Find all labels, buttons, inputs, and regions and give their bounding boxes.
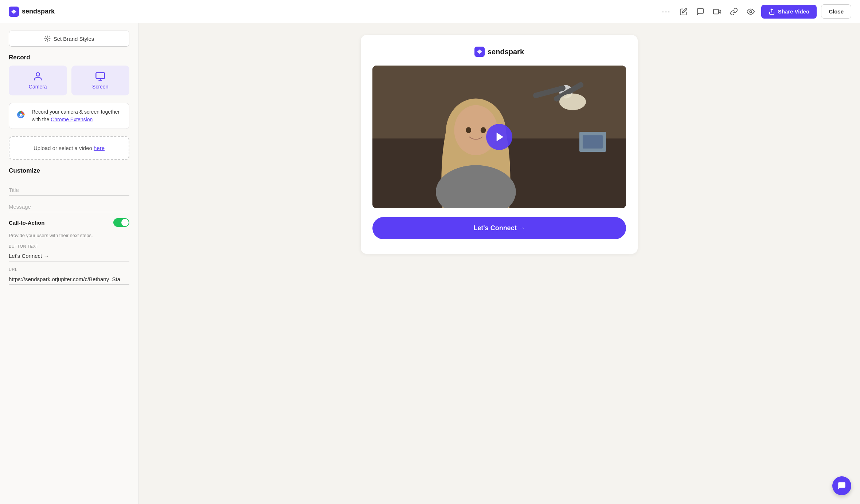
more-options-button[interactable]: ··· xyxy=(660,5,673,19)
play-icon xyxy=(494,131,506,143)
video-overlay xyxy=(372,66,626,208)
cta-button[interactable]: Let's Connect → xyxy=(372,217,626,239)
preview-icon-button[interactable] xyxy=(744,5,757,18)
comment-icon xyxy=(696,8,704,16)
button-text-field: Button Text xyxy=(9,244,129,261)
chrome-ext-text: Record your camera & screen together wit… xyxy=(32,108,124,123)
record-section-title: Record xyxy=(9,54,129,61)
main-layout: Set Brand Styles Record Camera xyxy=(0,23,860,504)
close-button[interactable]: Close xyxy=(821,4,851,19)
cta-row: Call-to-Action xyxy=(9,218,129,227)
url-label: URL xyxy=(9,267,129,272)
chrome-ext-link[interactable]: Chrome Extension xyxy=(51,117,93,122)
upload-link[interactable]: here xyxy=(94,145,105,151)
video-icon-button[interactable] xyxy=(711,5,723,18)
preview-area: sendspark xyxy=(138,23,860,504)
record-section: Record Camera Screen xyxy=(9,54,129,95)
chrome-logo-icon xyxy=(14,108,27,121)
svg-marker-1 xyxy=(718,10,720,13)
cta-helper-text: Provide your users with their next steps… xyxy=(9,233,129,238)
svg-point-14 xyxy=(20,114,22,116)
video-icon xyxy=(713,8,721,16)
eye-icon xyxy=(747,8,755,16)
screen-icon xyxy=(95,71,105,82)
link-icon xyxy=(730,8,738,16)
svg-point-5 xyxy=(46,38,48,40)
comment-icon-button[interactable] xyxy=(694,5,707,18)
play-button[interactable] xyxy=(486,124,512,150)
record-buttons: Camera Screen xyxy=(9,66,129,95)
share-video-button[interactable]: Share Video xyxy=(761,5,817,19)
video-container[interactable] xyxy=(372,66,626,208)
header-actions: ··· xyxy=(660,4,851,19)
url-input[interactable] xyxy=(9,274,129,285)
chrome-extension-box: Record your camera & screen together wit… xyxy=(9,103,129,129)
url-field: URL xyxy=(9,267,129,285)
svg-point-3 xyxy=(750,11,752,13)
camera-record-button[interactable]: Camera xyxy=(9,66,67,95)
button-text-label: Button Text xyxy=(9,244,129,248)
button-text-input[interactable] xyxy=(9,251,129,261)
sidebar: Set Brand Styles Record Camera xyxy=(0,23,138,504)
edit-icon xyxy=(680,8,688,16)
camera-icon xyxy=(33,71,43,82)
brand-styles-icon xyxy=(44,35,51,42)
cta-label: Call-to-Action xyxy=(9,220,44,226)
link-icon-button[interactable] xyxy=(728,5,740,18)
edit-icon-button[interactable] xyxy=(677,5,690,18)
message-field xyxy=(9,201,129,212)
app-header: sendspark ··· xyxy=(0,0,860,23)
preview-logo: sendspark xyxy=(474,47,524,57)
svg-marker-29 xyxy=(497,133,504,141)
title-input[interactable] xyxy=(9,185,129,196)
message-input[interactable] xyxy=(9,201,129,212)
logo-text: sendspark xyxy=(22,8,55,15)
customize-section: Customize Call-to-Action Provide your us… xyxy=(9,167,129,285)
logo-icon xyxy=(9,7,19,17)
svg-point-6 xyxy=(36,73,39,76)
share-icon xyxy=(769,8,775,15)
chat-icon xyxy=(837,481,847,491)
title-field xyxy=(9,185,129,196)
cta-toggle[interactable] xyxy=(113,218,129,227)
preview-logo-icon xyxy=(474,47,485,57)
svg-rect-2 xyxy=(714,9,719,14)
screen-record-button[interactable]: Screen xyxy=(71,66,130,95)
chat-bubble-button[interactable] xyxy=(832,476,851,495)
logo: sendspark xyxy=(9,7,55,17)
upload-box[interactable]: Upload or select a video here xyxy=(9,136,129,160)
preview-card: sendspark xyxy=(361,35,638,254)
svg-rect-7 xyxy=(96,73,105,79)
customize-section-title: Customize xyxy=(9,167,129,174)
brand-styles-button[interactable]: Set Brand Styles xyxy=(9,31,129,47)
